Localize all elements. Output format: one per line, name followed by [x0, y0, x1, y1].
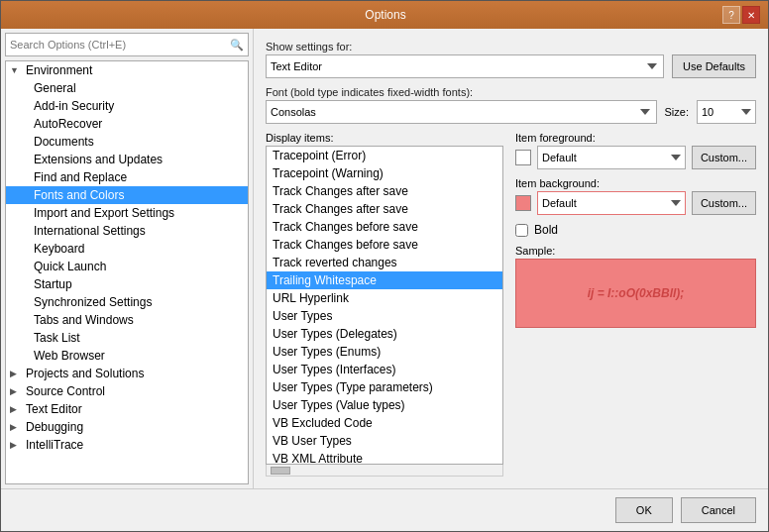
list-item[interactable]: Track Changes after save — [267, 200, 502, 218]
tree-item-projects[interactable]: ▶ Projects and Solutions — [6, 365, 248, 382]
bg-row: Default Custom... — [515, 191, 756, 215]
tree-label: IntelliTrace — [26, 438, 83, 452]
sample-text: ij = I::oO(0xBBll); — [588, 286, 685, 300]
expander-icon: ▶ — [10, 386, 26, 396]
tree-label: Startup — [34, 277, 72, 291]
list-item[interactable]: User Types — [267, 307, 502, 325]
tree-item-intellitrace[interactable]: ▶ IntelliTrace — [6, 436, 248, 454]
list-item[interactable]: User Types (Value types) — [267, 396, 502, 414]
font-dropdown[interactable]: Consolas — [266, 100, 657, 124]
options-dialog: Options ? ✕ 🔍 ▼ Environment General Add-… — [0, 0, 769, 532]
display-items-section: Display items: Tracepoint (Error) Tracep… — [266, 132, 503, 477]
search-input[interactable] — [10, 39, 230, 51]
list-item[interactable]: User Types (Delegates) — [267, 325, 502, 343]
custom-fg-button[interactable]: Custom... — [692, 146, 756, 169]
main-content: Display items: Tracepoint (Error) Tracep… — [266, 132, 756, 477]
expander-icon: ▶ — [10, 422, 26, 432]
tree-label: Documents — [34, 135, 94, 149]
use-defaults-button[interactable]: Use Defaults — [672, 54, 756, 78]
font-label: Font (bold type indicates fixed-width fo… — [266, 86, 756, 98]
right-controls: Item foreground: Default Custom... Item … — [515, 132, 756, 477]
list-item[interactable]: User Types (Type parameters) — [267, 378, 502, 396]
tree-item-autorecover[interactable]: AutoRecover — [6, 115, 248, 133]
size-dropdown[interactable]: 10 — [697, 100, 756, 124]
tree-label: Text Editor — [26, 402, 82, 416]
tree-label: AutoRecover — [34, 117, 102, 131]
list-item[interactable]: VB XML Attribute — [267, 450, 502, 465]
tree-item-addin[interactable]: Add-in Security — [6, 97, 248, 115]
dialog-footer: OK Cancel — [1, 488, 768, 531]
tree-label: Add-in Security — [34, 99, 114, 113]
tree-item-text-editor[interactable]: ▶ Text Editor — [6, 400, 248, 418]
tree-label: Task List — [34, 331, 80, 345]
list-item[interactable]: VB User Types — [267, 432, 502, 450]
tree-label: Find and Replace — [34, 170, 127, 184]
bg-dropdown[interactable]: Default — [537, 191, 686, 215]
list-item[interactable]: User Types (Interfaces) — [267, 361, 502, 378]
list-item[interactable]: URL Hyperlink — [267, 289, 502, 307]
bold-checkbox[interactable] — [515, 224, 528, 237]
tree-item-debugging[interactable]: ▶ Debugging — [6, 418, 248, 436]
show-settings-label: Show settings for: — [266, 41, 756, 53]
tree-item-source-control[interactable]: ▶ Source Control — [6, 382, 248, 400]
tree-item-environment[interactable]: ▼ Environment — [6, 61, 248, 79]
tree-item-extensions[interactable]: Extensions and Updates — [6, 151, 248, 168]
list-item-track-reverted[interactable]: Track reverted changes — [267, 254, 502, 271]
font-row: Consolas Size: 10 — [266, 100, 756, 124]
tree-item-web-browser[interactable]: Web Browser — [6, 347, 248, 365]
tree-item-sync-settings[interactable]: Synchronized Settings — [6, 293, 248, 311]
ok-button[interactable]: OK — [615, 497, 673, 523]
right-panel: Show settings for: Text Editor Use Defau… — [254, 29, 768, 488]
tree-item-task-list[interactable]: Task List — [6, 329, 248, 347]
item-foreground-section: Item foreground: Default Custom... — [515, 132, 756, 169]
expander-icon: ▶ — [10, 404, 26, 414]
show-settings-section: Show settings for: Text Editor Use Defau… — [266, 41, 756, 78]
display-items-list[interactable]: Tracepoint (Error) Tracepoint (Warning) … — [266, 146, 503, 465]
custom-bg-button[interactable]: Custom... — [692, 191, 756, 215]
list-item[interactable]: Track Changes before save — [267, 218, 502, 236]
fg-dropdown[interactable]: Default — [537, 146, 686, 169]
tree-item-international[interactable]: International Settings — [6, 222, 248, 240]
tree-label: Quick Launch — [34, 260, 106, 273]
tree-item-general[interactable]: General — [6, 79, 248, 97]
fg-row: Default Custom... — [515, 146, 756, 169]
tree-item-startup[interactable]: Startup — [6, 275, 248, 293]
tree-item-tabs-windows[interactable]: Tabs and Windows — [6, 311, 248, 329]
search-icon: 🔍 — [230, 39, 244, 52]
list-item[interactable]: Track Changes after save — [267, 182, 502, 200]
expander-icon: ▼ — [10, 65, 26, 75]
bg-swatch — [515, 195, 531, 211]
list-item[interactable]: Track Changes before save — [267, 236, 502, 254]
tree-view[interactable]: ▼ Environment General Add-in Security Au… — [5, 60, 249, 484]
tree-item-find-replace[interactable]: Find and Replace — [6, 168, 248, 186]
tree-item-fonts-colors[interactable]: Fonts and Colors — [6, 186, 248, 204]
title-bar: Options ? ✕ — [1, 1, 768, 29]
tree-label: Import and Export Settings — [34, 206, 174, 220]
list-item[interactable]: User Types (Enums) — [267, 343, 502, 361]
list-item[interactable]: Tracepoint (Warning) — [267, 164, 502, 182]
tree-item-documents[interactable]: Documents — [6, 133, 248, 151]
close-button[interactable]: ✕ — [742, 6, 760, 24]
fg-swatch — [515, 150, 531, 165]
show-settings-row: Text Editor Use Defaults — [266, 54, 756, 78]
help-button[interactable]: ? — [722, 6, 740, 24]
tree-item-quick-launch[interactable]: Quick Launch — [6, 258, 248, 275]
tree-item-keyboard[interactable]: Keyboard — [6, 240, 248, 258]
bold-section: Bold — [515, 223, 756, 237]
tree-label: Environment — [26, 63, 92, 77]
size-label: Size: — [665, 106, 689, 118]
tree-label: Extensions and Updates — [34, 153, 163, 166]
tree-item-import-export[interactable]: Import and Export Settings — [6, 204, 248, 222]
font-section: Font (bold type indicates fixed-width fo… — [266, 86, 756, 124]
list-item[interactable]: Tracepoint (Error) — [267, 147, 502, 164]
sample-label: Sample: — [515, 245, 756, 257]
search-box[interactable]: 🔍 — [5, 33, 249, 56]
expander-icon: ▶ — [10, 369, 26, 378]
list-item[interactable]: VB Excluded Code — [267, 414, 502, 432]
cancel-button[interactable]: Cancel — [681, 497, 756, 523]
tree-label: Web Browser — [34, 349, 105, 363]
tree-label: Keyboard — [34, 242, 84, 256]
show-settings-dropdown[interactable]: Text Editor — [266, 54, 664, 78]
list-item-trailing-whitespace[interactable]: Trailing Whitespace — [267, 271, 502, 289]
fg-label: Item foreground: — [515, 132, 756, 144]
